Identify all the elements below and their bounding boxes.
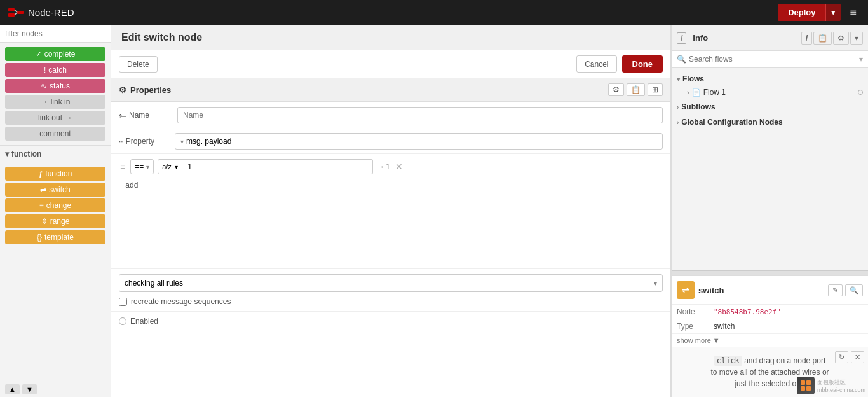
palette-node-range[interactable]: ⇕ range — [5, 214, 105, 228]
search-flows-dropdown-icon[interactable]: ▾ — [859, 55, 863, 64]
edit-panel-actions: Delete Cancel Done — [111, 50, 670, 78]
svg-rect-0 — [8, 8, 15, 11]
global-config-group-header[interactable]: › Global Configuration Nodes — [672, 115, 868, 129]
palette-node-change[interactable]: ≡ change — [5, 198, 105, 212]
subflows-chevron-icon: › — [677, 104, 679, 111]
rule-value-type-btn[interactable]: a/z ▾ — [158, 159, 182, 174]
palette-node-link-in[interactable]: → link in — [5, 95, 105, 109]
rule-drag-handle[interactable]: ≡ — [119, 162, 126, 172]
done-button[interactable]: Done — [622, 55, 663, 73]
topbar: Node-RED Deploy ▾ ≡ — [0, 0, 868, 25]
node-prop-label: Node — [677, 307, 709, 316]
filter-nodes-input[interactable] — [0, 25, 111, 43]
node-prop-row: Node "8b8548b7.98e2f" — [672, 305, 868, 319]
flows-chevron-icon: ▾ — [677, 76, 680, 83]
search-flows-bar: 🔍 ▾ — [672, 51, 868, 68]
flows-group-label: Flows — [682, 74, 704, 83]
rule-value-input[interactable] — [182, 159, 373, 174]
rule-value-group: a/z ▾ — [158, 159, 373, 174]
palette-node-switch[interactable]: ⇌ switch — [5, 183, 105, 197]
switch-palette-icon: ⇌ — [40, 185, 46, 194]
link-out-icon: → — [65, 113, 72, 122]
palette-node-comment[interactable]: comment — [5, 127, 105, 141]
type-prop-value: switch — [714, 322, 735, 331]
name-input[interactable] — [177, 107, 663, 123]
show-more-row[interactable]: show more ▼ — [672, 334, 868, 347]
topbar-right: Deploy ▾ ≡ — [778, 3, 860, 22]
switch-info-title: switch — [698, 286, 724, 295]
rule-operator-select[interactable]: == ▾ — [130, 159, 154, 174]
node-prop-value: "8b8548b7.98e2f" — [714, 308, 781, 316]
global-config-tree-group: › Global Configuration Nodes — [672, 115, 868, 129]
rule-remove-button[interactable]: ✕ — [394, 162, 404, 172]
watermark-box — [797, 377, 815, 394]
edit-panel-body: ⚙ Properties ⚙ 📋 ⊞ 🏷 Name — [111, 78, 670, 397]
prop-icon-book[interactable]: 📋 — [627, 83, 645, 96]
hint-actions: ↻ ✕ — [835, 351, 864, 363]
global-config-group-label: Global Configuration Nodes — [681, 118, 782, 127]
link-in-icon: → — [41, 97, 48, 106]
property-dropdown[interactable]: ▾ msg. payload — [175, 133, 663, 150]
svg-line-4 — [15, 12, 17, 15]
search-flows-input[interactable] — [689, 55, 857, 64]
enabled-row: Enabled — [111, 311, 670, 331]
settings-tab-icon-btn[interactable]: ⚙ — [833, 32, 849, 45]
right-panel: i info i 📋 ⚙ ▾ 🔍 ▾ ▾ Flows › — [671, 25, 868, 397]
palette-node-template[interactable]: {} template — [5, 230, 105, 244]
chevron-down-tab-btn[interactable]: ▾ — [850, 32, 863, 45]
function-section-header[interactable]: ▾ function — [0, 145, 111, 162]
function-fn-label: function — [45, 169, 72, 178]
prop-icon-expand[interactable]: ⊞ — [648, 83, 663, 96]
hint-section: ↻ ✕ click and drag on a node port to mov… — [672, 347, 868, 397]
flow1-file-icon: 📄 — [692, 88, 701, 97]
node-palette: ✓ complete ! catch ∿ status → link in li… — [0, 25, 111, 397]
catch-label: catch — [48, 66, 67, 74]
palette-node-function[interactable]: ƒ function — [5, 167, 105, 181]
add-rule-button[interactable]: + add — [119, 178, 138, 192]
name-prop-row: 🏷 Name — [111, 102, 670, 129]
palette-node-status[interactable]: ∿ status — [5, 79, 105, 93]
scroll-up-button[interactable]: ▲ — [5, 384, 20, 394]
logo-icon — [8, 6, 24, 19]
hint-close-button[interactable]: ✕ — [851, 351, 864, 363]
hint-refresh-button[interactable]: ↻ — [835, 351, 848, 363]
template-icon: {} — [37, 233, 42, 242]
hint-text1: and drag on a node port — [742, 356, 825, 365]
flows-group-header[interactable]: ▾ Flows — [672, 72, 868, 86]
deploy-button[interactable]: Deploy — [778, 4, 825, 21]
palette-node-catch[interactable]: ! catch — [5, 63, 105, 77]
flow1-tree-item[interactable]: › 📄 Flow 1 — [672, 86, 868, 99]
recreate-checkbox[interactable] — [119, 298, 127, 306]
book-tab-icon-btn[interactable]: 📋 — [813, 32, 832, 45]
checking-selected-value: checking all rules — [125, 279, 183, 288]
gear-icon: ⚙ — [119, 85, 126, 95]
palette-node-complete[interactable]: ✓ complete — [5, 47, 105, 61]
watermark-text-group: 面包板社区 mbb.eai-china.com — [817, 379, 865, 393]
hint-click-code: click — [714, 356, 742, 366]
switch-edit-button[interactable]: ✎ — [828, 284, 843, 296]
type-prop-label: Type — [677, 322, 709, 331]
scroll-down-button[interactable]: ▼ — [22, 384, 37, 394]
info-tab-icon-btn[interactable]: i — [801, 32, 812, 45]
delete-button[interactable]: Delete — [119, 56, 158, 73]
deploy-dropdown-button[interactable]: ▾ — [825, 4, 841, 21]
palette-general-section: ✓ complete ! catch ∿ status → link in li… — [0, 43, 111, 145]
prop-icon-settings[interactable]: ⚙ — [608, 83, 624, 96]
show-more-label: show more ▼ — [677, 337, 720, 344]
palette-node-link-out[interactable]: link out → — [5, 111, 105, 125]
rule-value-type-icon: a/z — [162, 163, 172, 171]
search-flows-icon: 🔍 — [677, 55, 686, 64]
hint-text3: just the selected one — [735, 379, 804, 388]
cancel-button[interactable]: Cancel — [576, 55, 616, 73]
rule-row-1: ≡ == ▾ a/z ▾ → — [119, 159, 663, 174]
info-tab-label: info — [693, 33, 797, 43]
checking-select[interactable]: checking all rules ▾ — [119, 274, 663, 292]
hamburger-button[interactable]: ≡ — [846, 3, 860, 22]
edit-bottom: checking all rules ▾ recreate message se… — [111, 268, 670, 311]
properties-label: Properties — [130, 85, 171, 95]
subflows-group-header[interactable]: › Subflows — [672, 100, 868, 114]
watermark: 面包板社区 mbb.eai-china.com — [797, 377, 865, 394]
prop-icon-buttons: ⚙ 📋 ⊞ — [608, 83, 663, 96]
switch-search-button[interactable]: 🔍 — [845, 284, 863, 296]
rule-output-number: 1 — [386, 162, 390, 171]
